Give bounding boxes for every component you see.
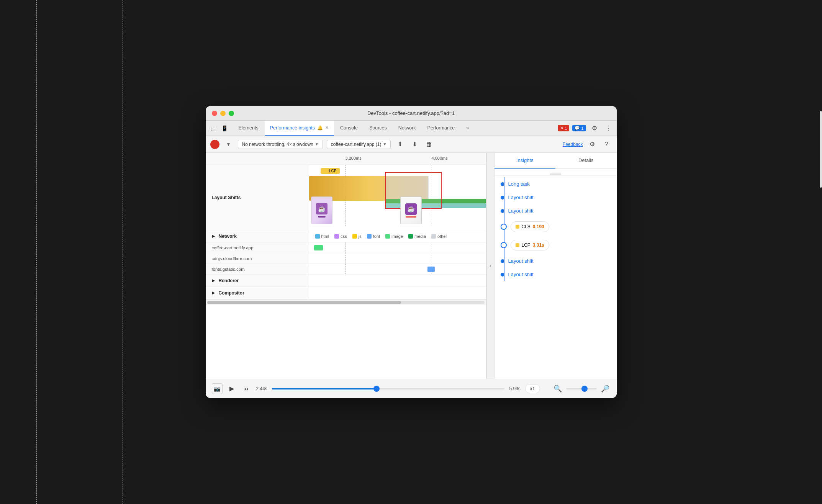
tab-insights[interactable]: Insights: [495, 153, 556, 169]
legend-image-color: [385, 234, 390, 239]
network-legend: html css js font: [309, 230, 454, 242]
speed-badge[interactable]: x1: [525, 384, 540, 393]
time-start-label: 2.44s: [256, 386, 267, 391]
url-dropdown-arrow: ▼: [383, 142, 386, 146]
settings-icon[interactable]: ⚙: [589, 123, 600, 134]
layout-shift-link-2[interactable]: Layout shift: [508, 208, 534, 214]
message-badge[interactable]: 💬 1: [572, 125, 586, 131]
more-options-icon[interactable]: ⋮: [603, 123, 614, 134]
scrubber-track[interactable]: [272, 388, 505, 389]
devtools-nav-icons: ⬚ 📱: [209, 121, 229, 136]
skip-to-start-icon[interactable]: ⏮: [241, 383, 252, 394]
vline-net3: [346, 253, 346, 263]
layout-shift-link-4[interactable]: Layout shift: [508, 272, 534, 277]
long-task-link[interactable]: Long task: [508, 181, 530, 187]
tab-console[interactable]: Console: [335, 121, 363, 136]
layout-shift-link-1[interactable]: Layout shift: [508, 195, 534, 200]
tab-more[interactable]: »: [461, 121, 474, 136]
legend-css-color: [334, 234, 339, 239]
main-content: 3,200ms 4,000ms 4,800ms Layout Shifts: [206, 153, 617, 379]
thumb2-icon: ☕: [405, 203, 417, 215]
horizontal-scrollbar[interactable]: [206, 299, 486, 305]
legend-other: other: [431, 234, 447, 239]
close-button[interactable]: [212, 111, 217, 116]
compositor-label[interactable]: ▶ Compositor: [206, 287, 309, 299]
timeline-panel: 3,200ms 4,000ms 4,800ms Layout Shifts: [206, 153, 486, 379]
zoom-slider-track[interactable]: [566, 388, 597, 389]
cursor-icon[interactable]: ⬚: [209, 124, 218, 133]
scrubber-container: [272, 388, 505, 389]
timeline-dot-3: [501, 209, 504, 213]
toolbar-right: Feedback ⚙ ?: [563, 139, 612, 150]
insights-timeline: Long task Layout shift Layout shift: [495, 177, 617, 281]
vline-net1: [346, 242, 346, 253]
zoom-in-icon[interactable]: 🔎: [600, 383, 611, 394]
network-section-header: ▶ Network html css js: [206, 230, 486, 242]
help-icon[interactable]: ?: [601, 139, 612, 150]
minimize-button[interactable]: [220, 111, 226, 116]
throttle-dropdown-arrow: ▼: [315, 142, 319, 146]
play-button[interactable]: ▶: [227, 384, 236, 393]
screenshot-icon[interactable]: 📷: [212, 383, 223, 394]
network-row-content-1: [309, 253, 486, 263]
devtools-window: DevTools - coffee-cart.netlify.app/?ad=1…: [206, 106, 617, 398]
vline-net2: [432, 242, 432, 253]
insight-cls-badge: CLS 0.193: [495, 218, 617, 236]
tab-close-icon[interactable]: ✕: [325, 125, 329, 130]
scrubber-thumb[interactable]: [373, 386, 380, 392]
tab-details[interactable]: Details: [555, 153, 617, 169]
settings-icon-2[interactable]: ⚙: [587, 139, 598, 150]
scrollbar-thumb[interactable]: [207, 301, 401, 304]
layout-shifts-content: LCP ☕: [309, 165, 486, 226]
url-dropdown[interactable]: coffee-cart.netlify.app (1) ▼: [327, 140, 391, 149]
scroll-indicator-bar: [550, 173, 561, 175]
legend-font: font: [367, 234, 380, 239]
network-row-label-0: coffee-cart.netlify.app: [206, 242, 309, 253]
insight-layout-shift-2: Layout shift: [495, 204, 617, 218]
legend-html: html: [315, 234, 329, 239]
thumb1-bar: [318, 216, 326, 218]
zoom-out-icon[interactable]: 🔍: [552, 383, 563, 394]
legend-other-color: [431, 234, 436, 239]
layout-shifts-section: Layout Shifts LCP: [206, 165, 486, 230]
zoom-slider-thumb[interactable]: [581, 386, 588, 392]
title-bar: DevTools - coffee-cart.netlify.app/?ad=1: [206, 106, 617, 121]
record-button[interactable]: [210, 140, 219, 149]
panel-toggle-button[interactable]: ›: [486, 153, 494, 379]
download-icon[interactable]: ⬇: [409, 139, 420, 150]
throttle-dropdown[interactable]: No network throttling, 4× slowdown ▼: [238, 140, 323, 149]
insights-tabs: Insights Details: [495, 153, 617, 169]
legend-image: image: [385, 234, 403, 239]
tab-network[interactable]: Network: [393, 121, 421, 136]
legend-js: js: [352, 234, 362, 239]
zoom-controls: 🔍 🔎: [552, 383, 611, 394]
legend-html-color: [315, 234, 320, 239]
tab-performance[interactable]: Performance: [422, 121, 460, 136]
network-label[interactable]: ▶ Network: [206, 230, 309, 242]
net-bar-2: [427, 267, 434, 272]
network-row-label-2: fonts.gstatic.com: [206, 264, 309, 274]
layout-shift-link-3[interactable]: Layout shift: [508, 258, 534, 264]
feedback-link[interactable]: Feedback: [563, 142, 583, 147]
dropdown-arrow-icon[interactable]: ▼: [223, 139, 234, 150]
lcp-color-indicator: [324, 169, 327, 173]
network-row-1: cdnjs.cloudflare.com: [206, 253, 486, 264]
tab-performance-insights[interactable]: Performance insights 🔔 ✕: [265, 121, 334, 136]
timeline-dot-1: [501, 182, 504, 186]
renderer-label[interactable]: ▶ Renderer: [206, 275, 309, 286]
legend-media-color: [408, 234, 413, 239]
tab-sources[interactable]: Sources: [364, 121, 392, 136]
error-badge[interactable]: ✕ 1: [558, 125, 569, 131]
tab-elements[interactable]: Elements: [233, 121, 264, 136]
toolbar: ▼ No network throttling, 4× slowdown ▼ c…: [206, 136, 617, 153]
maximize-button[interactable]: [229, 111, 234, 116]
compositor-expand-icon: ▶: [212, 291, 215, 295]
upload-icon[interactable]: ⬆: [395, 139, 405, 150]
compositor-content: [309, 287, 486, 299]
renderer-section: ▶ Renderer: [206, 275, 486, 287]
legend-font-color: [367, 234, 372, 239]
device-icon[interactable]: 📱: [220, 124, 229, 133]
time-mark-1: 3,200ms: [346, 156, 362, 160]
network-row-label-1: cdnjs.cloudflare.com: [206, 253, 309, 263]
delete-icon[interactable]: 🗑: [424, 139, 434, 150]
